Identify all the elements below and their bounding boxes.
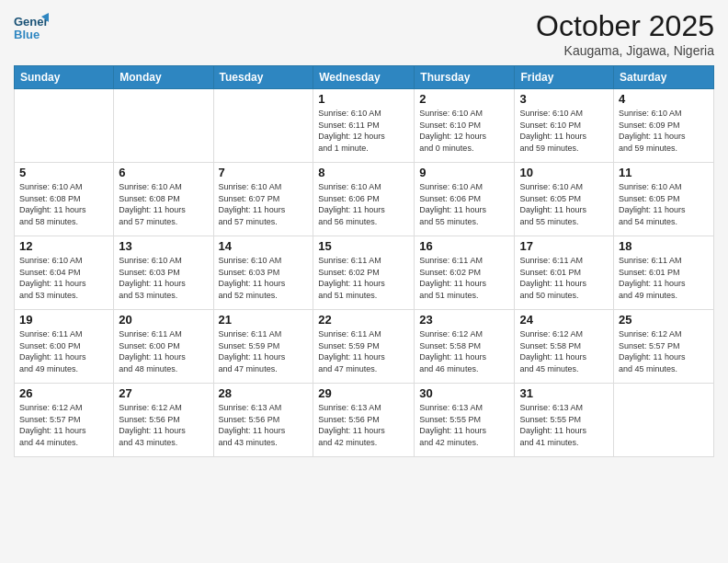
calendar-cell: 12Sunrise: 6:10 AM Sunset: 6:04 PM Dayli… xyxy=(15,236,114,310)
day-info: Sunrise: 6:12 AM Sunset: 5:58 PM Dayligh… xyxy=(419,328,509,374)
calendar-cell: 24Sunrise: 6:12 AM Sunset: 5:58 PM Dayli… xyxy=(515,310,614,384)
day-number: 27 xyxy=(119,386,208,400)
week-row-3: 12Sunrise: 6:10 AM Sunset: 6:04 PM Dayli… xyxy=(15,236,714,310)
calendar-cell: 13Sunrise: 6:10 AM Sunset: 6:03 PM Dayli… xyxy=(114,236,213,310)
day-info: Sunrise: 6:11 AM Sunset: 5:59 PM Dayligh… xyxy=(219,328,309,374)
week-row-1: 1Sunrise: 6:10 AM Sunset: 6:11 PM Daylig… xyxy=(15,89,714,163)
calendar-cell: 19Sunrise: 6:11 AM Sunset: 6:00 PM Dayli… xyxy=(15,310,114,384)
calendar-cell: 23Sunrise: 6:12 AM Sunset: 5:58 PM Dayli… xyxy=(415,310,515,384)
day-info: Sunrise: 6:13 AM Sunset: 5:56 PM Dayligh… xyxy=(219,402,309,448)
calendar-cell: 20Sunrise: 6:11 AM Sunset: 6:00 PM Dayli… xyxy=(114,310,213,384)
calendar-cell: 21Sunrise: 6:11 AM Sunset: 5:59 PM Dayli… xyxy=(213,310,313,384)
day-info: Sunrise: 6:12 AM Sunset: 5:57 PM Dayligh… xyxy=(19,402,108,448)
calendar-table: SundayMondayTuesdayWednesdayThursdayFrid… xyxy=(14,65,714,457)
calendar-cell: 14Sunrise: 6:10 AM Sunset: 6:03 PM Dayli… xyxy=(213,236,313,310)
title-section: October 2025 Kaugama, Jigawa, Nigeria xyxy=(536,9,714,58)
calendar-cell: 16Sunrise: 6:11 AM Sunset: 6:02 PM Dayli… xyxy=(415,236,515,310)
calendar-cell: 15Sunrise: 6:11 AM Sunset: 6:02 PM Dayli… xyxy=(313,236,415,310)
day-info: Sunrise: 6:10 AM Sunset: 6:07 PM Dayligh… xyxy=(219,181,309,227)
day-number: 23 xyxy=(419,313,509,327)
weekday-header-saturday: Saturday xyxy=(614,66,714,89)
day-number: 28 xyxy=(219,386,309,400)
logo-icon: GeneralBlue xyxy=(14,9,49,44)
day-number: 11 xyxy=(619,166,709,179)
calendar-cell: 10Sunrise: 6:10 AM Sunset: 6:05 PM Dayli… xyxy=(515,163,614,236)
day-info: Sunrise: 6:13 AM Sunset: 5:56 PM Dayligh… xyxy=(318,402,409,448)
day-info: Sunrise: 6:10 AM Sunset: 6:10 PM Dayligh… xyxy=(519,108,609,154)
calendar-cell: 11Sunrise: 6:10 AM Sunset: 6:05 PM Dayli… xyxy=(614,163,714,236)
calendar-cell xyxy=(114,89,213,163)
weekday-header-monday: Monday xyxy=(114,66,213,89)
day-number: 3 xyxy=(519,92,609,106)
calendar-cell: 22Sunrise: 6:11 AM Sunset: 5:59 PM Dayli… xyxy=(313,310,415,384)
day-info: Sunrise: 6:11 AM Sunset: 6:00 PM Dayligh… xyxy=(19,328,108,374)
calendar-cell xyxy=(15,89,114,163)
day-info: Sunrise: 6:10 AM Sunset: 6:03 PM Dayligh… xyxy=(219,255,309,301)
day-info: Sunrise: 6:12 AM Sunset: 5:58 PM Dayligh… xyxy=(519,328,609,374)
calendar-cell: 26Sunrise: 6:12 AM Sunset: 5:57 PM Dayli… xyxy=(15,384,114,457)
day-info: Sunrise: 6:10 AM Sunset: 6:06 PM Dayligh… xyxy=(419,181,509,227)
day-info: Sunrise: 6:11 AM Sunset: 6:00 PM Dayligh… xyxy=(119,328,208,374)
day-info: Sunrise: 6:10 AM Sunset: 6:08 PM Dayligh… xyxy=(119,181,208,227)
day-number: 19 xyxy=(19,313,108,327)
calendar-cell: 30Sunrise: 6:13 AM Sunset: 5:55 PM Dayli… xyxy=(415,384,515,457)
day-info: Sunrise: 6:10 AM Sunset: 6:10 PM Dayligh… xyxy=(419,108,509,154)
week-row-2: 5Sunrise: 6:10 AM Sunset: 6:08 PM Daylig… xyxy=(15,163,714,236)
day-number: 21 xyxy=(219,313,309,327)
calendar-cell: 1Sunrise: 6:10 AM Sunset: 6:11 PM Daylig… xyxy=(313,89,415,163)
day-info: Sunrise: 6:11 AM Sunset: 5:59 PM Dayligh… xyxy=(318,328,409,374)
calendar-cell: 3Sunrise: 6:10 AM Sunset: 6:10 PM Daylig… xyxy=(515,89,614,163)
day-number: 4 xyxy=(619,92,709,106)
calendar-cell: 27Sunrise: 6:12 AM Sunset: 5:56 PM Dayli… xyxy=(114,384,213,457)
calendar-cell: 8Sunrise: 6:10 AM Sunset: 6:06 PM Daylig… xyxy=(313,163,415,236)
day-number: 9 xyxy=(419,166,509,179)
day-info: Sunrise: 6:10 AM Sunset: 6:06 PM Dayligh… xyxy=(318,181,409,227)
day-number: 13 xyxy=(119,239,208,253)
day-number: 22 xyxy=(318,313,409,327)
day-info: Sunrise: 6:10 AM Sunset: 6:05 PM Dayligh… xyxy=(619,181,709,227)
day-number: 12 xyxy=(19,239,108,253)
day-number: 6 xyxy=(119,166,208,179)
day-number: 29 xyxy=(318,386,409,400)
day-number: 8 xyxy=(318,166,409,179)
calendar-cell: 29Sunrise: 6:13 AM Sunset: 5:56 PM Dayli… xyxy=(313,384,415,457)
calendar-cell: 7Sunrise: 6:10 AM Sunset: 6:07 PM Daylig… xyxy=(213,163,313,236)
calendar-cell: 18Sunrise: 6:11 AM Sunset: 6:01 PM Dayli… xyxy=(614,236,714,310)
calendar-cell: 17Sunrise: 6:11 AM Sunset: 6:01 PM Dayli… xyxy=(515,236,614,310)
day-number: 2 xyxy=(419,92,509,106)
day-info: Sunrise: 6:11 AM Sunset: 6:02 PM Dayligh… xyxy=(419,255,509,301)
calendar-cell xyxy=(213,89,313,163)
week-row-4: 19Sunrise: 6:11 AM Sunset: 6:00 PM Dayli… xyxy=(15,310,714,384)
weekday-header-friday: Friday xyxy=(515,66,614,89)
calendar-cell: 31Sunrise: 6:13 AM Sunset: 5:55 PM Dayli… xyxy=(515,384,614,457)
day-info: Sunrise: 6:10 AM Sunset: 6:05 PM Dayligh… xyxy=(519,181,609,227)
day-number: 25 xyxy=(619,313,709,327)
weekday-header-sunday: Sunday xyxy=(15,66,114,89)
day-number: 26 xyxy=(19,386,108,400)
day-number: 1 xyxy=(318,92,409,106)
weekday-header-row: SundayMondayTuesdayWednesdayThursdayFrid… xyxy=(15,66,714,89)
svg-text:Blue: Blue xyxy=(14,28,40,41)
calendar-cell: 5Sunrise: 6:10 AM Sunset: 6:08 PM Daylig… xyxy=(15,163,114,236)
day-number: 10 xyxy=(519,166,609,179)
calendar-cell: 25Sunrise: 6:12 AM Sunset: 5:57 PM Dayli… xyxy=(614,310,714,384)
location: Kaugama, Jigawa, Nigeria xyxy=(536,43,714,58)
day-number: 18 xyxy=(619,239,709,253)
day-number: 16 xyxy=(419,239,509,253)
weekday-header-thursday: Thursday xyxy=(415,66,515,89)
day-info: Sunrise: 6:11 AM Sunset: 6:01 PM Dayligh… xyxy=(519,255,609,301)
day-info: Sunrise: 6:10 AM Sunset: 6:04 PM Dayligh… xyxy=(19,255,108,301)
calendar-cell: 2Sunrise: 6:10 AM Sunset: 6:10 PM Daylig… xyxy=(415,89,515,163)
calendar-cell xyxy=(614,384,714,457)
calendar-cell: 4Sunrise: 6:10 AM Sunset: 6:09 PM Daylig… xyxy=(614,89,714,163)
day-number: 15 xyxy=(318,239,409,253)
week-row-5: 26Sunrise: 6:12 AM Sunset: 5:57 PM Dayli… xyxy=(15,384,714,457)
day-info: Sunrise: 6:12 AM Sunset: 5:56 PM Dayligh… xyxy=(119,402,208,448)
day-info: Sunrise: 6:10 AM Sunset: 6:03 PM Dayligh… xyxy=(119,255,208,301)
calendar-cell: 28Sunrise: 6:13 AM Sunset: 5:56 PM Dayli… xyxy=(213,384,313,457)
day-info: Sunrise: 6:13 AM Sunset: 5:55 PM Dayligh… xyxy=(519,402,609,448)
day-number: 14 xyxy=(219,239,309,253)
logo: GeneralBlue xyxy=(14,9,49,44)
calendar-cell: 6Sunrise: 6:10 AM Sunset: 6:08 PM Daylig… xyxy=(114,163,213,236)
day-info: Sunrise: 6:11 AM Sunset: 6:02 PM Dayligh… xyxy=(318,255,409,301)
